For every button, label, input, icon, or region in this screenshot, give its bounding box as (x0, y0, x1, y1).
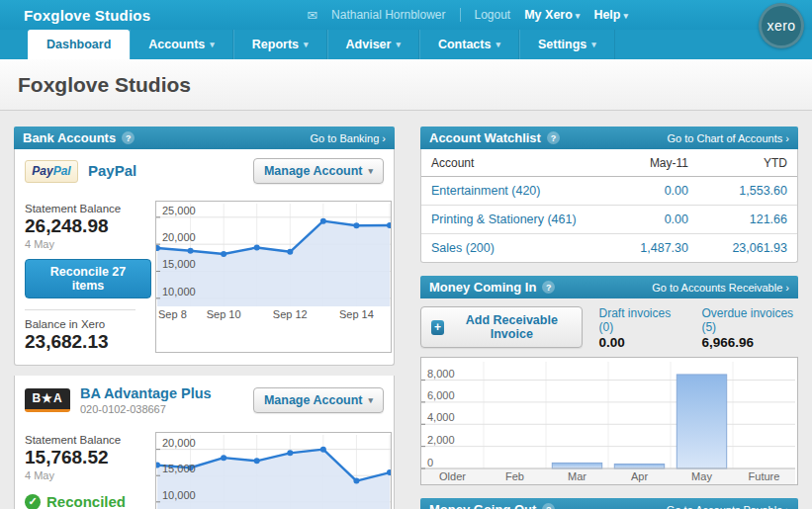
svg-text:Future: Future (749, 470, 780, 482)
go-to-accounts-payable-link[interactable]: Go to Accounts Payable › (667, 504, 789, 509)
ba-balance-chart-svg: 5,00010,00015,00020,000Sep 8Sep 10Sep 12… (156, 433, 391, 509)
watchlist-ytd-value[interactable]: 23,061.93 (698, 234, 797, 263)
svg-text:10,000: 10,000 (162, 286, 196, 297)
paypal-account-link[interactable]: PayPal (88, 162, 136, 179)
svg-text:Feb: Feb (505, 470, 524, 482)
svg-text:Sep 12: Sep 12 (273, 308, 308, 320)
chevron-down-icon: ▾ (368, 166, 373, 176)
ba-account-card: B★A BA Advantage Plus 020-0102-038667 Ma… (14, 376, 395, 509)
watchlist-account-link[interactable]: Entertainment (420) (421, 177, 604, 206)
svg-text:10,000: 10,000 (162, 489, 196, 501)
svg-text:2,000: 2,000 (427, 434, 455, 446)
paypal-stats: Statement Balance 26,248.98 4 May Reconc… (25, 201, 151, 353)
balance-in-xero-value: 23,682.13 (25, 331, 151, 353)
help-icon[interactable]: ? (122, 131, 135, 144)
chevron-down-icon: ▾ (368, 395, 373, 405)
paypal-balance-chart: 10,00015,00020,00025,000Sep 8Sep 10Sep 1… (155, 201, 392, 353)
help-menu[interactable]: Help▾ (593, 8, 628, 22)
top-bar-right: ✉ Nathanial Hornblower Logout My Xero▾ H… (307, 8, 796, 23)
svg-text:Mar: Mar (568, 470, 586, 482)
paypal-name-wrap: PayPal (88, 162, 136, 180)
check-icon: ✓ (25, 494, 41, 509)
logout-link[interactable]: Logout (475, 8, 511, 22)
ba-account-number: 020-0102-038667 (80, 403, 212, 415)
tab-accounts[interactable]: Accounts▾ (130, 30, 232, 59)
ba-name-wrap: BA Advantage Plus 020-0102-038667 (80, 384, 212, 415)
svg-text:May: May (691, 470, 712, 482)
tab-adviser[interactable]: Adviser▾ (327, 30, 419, 59)
help-icon[interactable]: ? (547, 131, 560, 144)
svg-text:20,000: 20,000 (162, 231, 196, 243)
help-icon[interactable]: ? (542, 503, 555, 509)
account-watchlist-card: Account May-11 YTD Entertainment (420) 0… (420, 149, 798, 263)
watchlist-may-value[interactable]: 1,487.30 (604, 234, 698, 263)
tab-contacts[interactable]: Contacts▾ (419, 30, 519, 59)
help-icon[interactable]: ? (542, 281, 555, 294)
divider (25, 309, 135, 310)
top-bar: Foxglove Studios ✉ Nathanial Hornblower … (0, 0, 812, 30)
draft-invoices-stat: Draft invoices (0) 0.00 (598, 306, 677, 350)
user-name-link[interactable]: Nathanial Hornblower (331, 8, 445, 22)
statement-balance-label: Statement Balance (25, 203, 151, 214)
tab-settings[interactable]: Settings▾ (519, 30, 615, 59)
svg-text:15,000: 15,000 (162, 463, 196, 474)
ba-account-link[interactable]: BA Advantage Plus (80, 385, 212, 401)
statement-balance-date: 4 May (25, 238, 151, 250)
paypal-card-body: Statement Balance 26,248.98 4 May Reconc… (15, 193, 394, 365)
statement-balance-label: Statement Balance (25, 434, 151, 446)
watchlist-may-value[interactable]: 0.00 (604, 177, 698, 206)
svg-text:Apr: Apr (631, 470, 648, 482)
bank-accounts-column: Bank Accounts ? Go to Banking › PayPal P… (14, 127, 395, 509)
chevron-down-icon: ▾ (396, 40, 401, 49)
draft-invoices-link[interactable]: Draft invoices (0) (598, 306, 677, 334)
statement-balance-date: 4 May (25, 469, 151, 481)
col-ytd: YTD (698, 149, 797, 177)
chevron-down-icon: ▾ (576, 11, 581, 21)
svg-text:15,000: 15,000 (162, 258, 196, 270)
paypal-account-card: PayPal PayPal Manage Account▾ Statement … (14, 149, 395, 366)
svg-text:Sep 8: Sep 8 (158, 308, 187, 320)
chevron-down-icon: ▾ (304, 40, 309, 49)
tab-dashboard[interactable]: Dashboard (28, 30, 130, 59)
svg-text:25,000: 25,000 (162, 205, 196, 216)
watchlist-account-link[interactable]: Sales (200) (421, 234, 604, 263)
svg-text:20,000: 20,000 (162, 437, 196, 449)
xero-dashboard-screen: Foxglove Studios ✉ Nathanial Hornblower … (0, 0, 812, 509)
ba-bank-logo: B★A (25, 388, 70, 412)
account-watchlist-panel-header: Account Watchlist ? Go to Chart of Accou… (420, 127, 798, 149)
add-receivable-invoice-button[interactable]: + Add Receivable Invoice (420, 306, 583, 348)
watchlist-may-value[interactable]: 0.00 (604, 206, 698, 234)
money-going-out-title: Money Going Out (429, 502, 536, 509)
reconcile-items-button[interactable]: Reconcile 27 items (25, 259, 151, 298)
draft-invoices-value: 0.00 (598, 335, 677, 350)
manage-account-button[interactable]: Manage Account▾ (253, 158, 384, 184)
reconciled-status: ✓ Reconciled (25, 493, 151, 509)
watchlist-ytd-value[interactable]: 121.66 (698, 206, 797, 234)
watchlist-account-link[interactable]: Printing & Stationery (461) (421, 206, 604, 234)
chevron-down-icon: ▾ (591, 40, 596, 49)
money-coming-in-panel-header: Money Coming In ? Go to Accounts Receiva… (420, 276, 798, 298)
money-coming-in-chart: 02,0004,0006,0008,000OlderFebMarAprMayFu… (420, 357, 798, 485)
table-row: Sales (200) 1,487.30 23,061.93 (421, 234, 797, 263)
money-going-out-panel-header: Money Going Out ? Go to Accounts Payable… (420, 498, 798, 509)
svg-text:Sep 10: Sep 10 (207, 308, 241, 320)
my-xero-menu[interactable]: My Xero▾ (524, 8, 580, 22)
col-may: May-11 (604, 149, 698, 177)
ba-card-body: Statement Balance 15,768.52 4 May ✓ Reco… (15, 424, 394, 509)
go-to-accounts-receivable-link[interactable]: Go to Accounts Receivable › (652, 282, 789, 294)
overdue-invoices-link[interactable]: Overdue invoices (5) (701, 306, 798, 334)
go-to-chart-of-accounts-link[interactable]: Go to Chart of Accounts › (667, 132, 789, 144)
xero-logo[interactable]: xero (759, 3, 804, 48)
envelope-icon[interactable]: ✉ (307, 8, 317, 23)
account-watchlist-table: Account May-11 YTD Entertainment (420) 0… (421, 149, 797, 262)
manage-account-button[interactable]: Manage Account▾ (253, 387, 384, 413)
reconciled-label: Reconciled (46, 493, 126, 509)
bank-accounts-title: Bank Accounts (23, 130, 116, 145)
divider (460, 8, 461, 22)
money-coming-in-chart-svg: 02,0004,0006,0008,000OlderFebMarAprMayFu… (421, 358, 795, 484)
tab-reports[interactable]: Reports▾ (233, 30, 327, 59)
chevron-down-icon: ▾ (623, 11, 628, 21)
ba-card-top: B★A BA Advantage Plus 020-0102-038667 Ma… (15, 376, 394, 424)
watchlist-ytd-value[interactable]: 1,553.60 (698, 177, 797, 206)
go-to-banking-link[interactable]: Go to Banking › (311, 132, 386, 144)
